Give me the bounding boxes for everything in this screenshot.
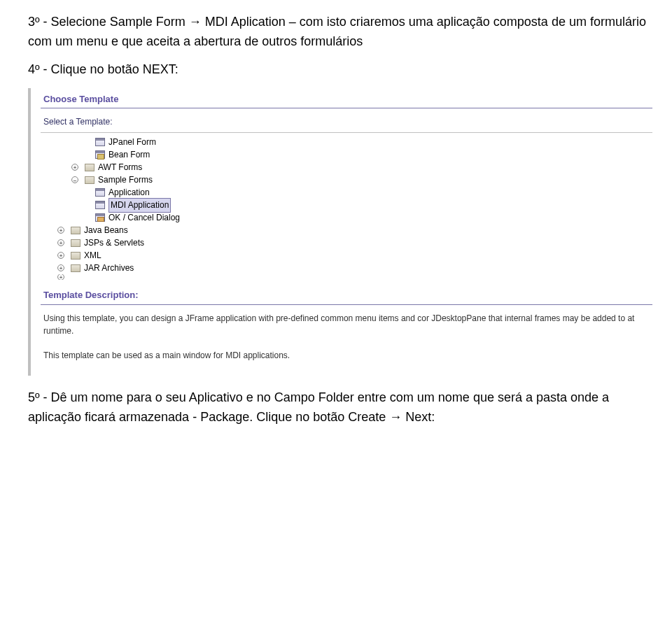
expand-icon[interactable]: + [71, 164, 78, 171]
tree-item-mdi-application[interactable]: MDI Application [43, 199, 652, 211]
tree-label: Java Beans [84, 224, 128, 237]
select-template-label: Select a Template: [41, 115, 652, 129]
tree-item-awt-forms[interactable]: + AWT Forms [43, 161, 652, 173]
tree-label: Sample Forms [98, 173, 153, 187]
tree-item-java-beans[interactable]: + Java Beans [43, 224, 652, 236]
tree-label: JPanel Form [108, 136, 156, 149]
tree-label: JSPs & Servlets [84, 236, 144, 250]
text: 3º - Selecione Sample Form [28, 15, 189, 29]
folder-icon [71, 239, 80, 247]
form-icon [95, 188, 105, 197]
expand-icon[interactable]: + [57, 252, 64, 259]
description-paragraph: This template can be used as a main wind… [43, 349, 652, 362]
template-wizard-screenshot: Choose Template Select a Template: JPane… [28, 88, 652, 376]
tree-item-truncated: + [43, 274, 652, 280]
tree-label: Application [108, 186, 150, 199]
form-icon [95, 201, 105, 209]
tree-item-bean-form[interactable]: Bean Form [43, 148, 652, 161]
tree-label: JAR Archives [84, 262, 134, 275]
tree-label: OK / Cancel Dialog [108, 211, 180, 225]
description-paragraph: Using this template, you can design a JF… [43, 312, 652, 338]
collapse-icon[interactable]: – [71, 176, 78, 183]
tree-item-jpanel-form[interactable]: JPanel Form [43, 136, 652, 148]
expand-icon[interactable]: + [57, 264, 64, 271]
expand-icon[interactable]: + [57, 227, 64, 234]
tree-item-xml[interactable]: + XML [43, 249, 652, 262]
expand-icon: + [57, 274, 64, 280]
tree-item-application[interactable]: Application [43, 186, 652, 199]
instruction-step-5: 5º - Dê um nome para o seu Aplicativo e … [28, 388, 652, 427]
expand-icon[interactable]: + [57, 239, 64, 246]
text: 4º - Clique no botão NEXT: [28, 62, 178, 76]
template-tree[interactable]: JPanel Form Bean Form + AWT Forms – [41, 132, 652, 280]
tree-item-sample-forms[interactable]: – Sample Forms [43, 173, 652, 186]
folder-icon [71, 252, 80, 260]
tree-item-ok-cancel[interactable]: OK / Cancel Dialog [43, 211, 652, 224]
template-description-text: Using this template, you can design a JF… [41, 312, 652, 362]
tree-item-jar-archives[interactable]: + JAR Archives [43, 262, 652, 274]
instruction-step-3: 3º - Selecione Sample Form → MDI Aplicat… [28, 13, 652, 52]
tree-label: XML [84, 249, 102, 262]
tree-label: AWT Forms [98, 161, 142, 174]
tree-label-selected: MDI Application [108, 198, 171, 213]
folder-icon [85, 164, 94, 171]
form-icon [95, 150, 105, 159]
arrow-icon: → [189, 15, 202, 29]
text: 5º - Dê um nome para o seu Aplicativo e … [28, 390, 609, 424]
instruction-step-4: 4º - Clique no botão NEXT: [28, 60, 652, 80]
folder-icon [71, 264, 80, 272]
folder-icon [85, 176, 94, 184]
arrow-icon: → [389, 410, 402, 424]
template-description-header: Template Description: [41, 280, 652, 304]
folder-icon [71, 227, 80, 234]
tree-item-jsps-servlets[interactable]: + JSPs & Servlets [43, 236, 652, 249]
wizard-header: Choose Template [41, 92, 652, 108]
text: Next: [402, 410, 435, 424]
form-icon [95, 213, 105, 222]
form-icon [95, 138, 105, 146]
tree-label: Bean Form [108, 148, 150, 162]
